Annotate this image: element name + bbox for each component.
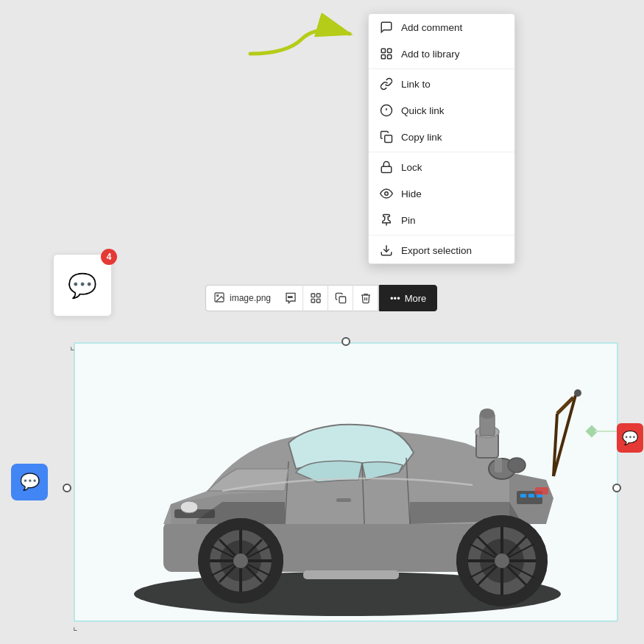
resize-handle-top[interactable]	[342, 337, 350, 346]
menu-item-pin[interactable]: Pin	[369, 207, 514, 233]
resize-handle-left[interactable]	[63, 484, 71, 492]
svg-rect-66	[303, 570, 399, 579]
toolbar-more-button[interactable]: ••• More	[379, 285, 437, 311]
svg-rect-16	[316, 294, 320, 297]
pin-menu-icon	[379, 213, 394, 227]
comment-menu-icon	[379, 20, 394, 35]
comment-bubble-blue[interactable]: 💬	[11, 464, 48, 500]
export-menu-icon	[379, 243, 394, 258]
svg-rect-3	[381, 55, 385, 59]
menu-separator-3	[369, 235, 514, 236]
svg-point-27	[180, 501, 198, 513]
menu-separator-1	[369, 68, 514, 69]
canvas: Add comment Add to library Lin	[0, 0, 644, 644]
more-dots-icon: •••	[390, 293, 400, 304]
svg-rect-15	[311, 294, 315, 297]
svg-point-10	[385, 192, 389, 196]
library-menu-icon	[379, 46, 394, 61]
svg-point-14	[217, 294, 219, 296]
svg-point-39	[480, 408, 495, 419]
svg-point-43	[574, 389, 581, 397]
toolbar-add-library-button[interactable]	[303, 285, 328, 311]
link-menu-icon	[379, 77, 394, 91]
comment-icon-yellow: 💬	[68, 272, 97, 300]
svg-rect-4	[388, 55, 392, 59]
svg-rect-19	[339, 297, 346, 303]
comment-bubble-red[interactable]: 💬	[617, 423, 643, 453]
corner-indicator-tl: ⌞	[70, 340, 75, 352]
menu-item-lock[interactable]: Lock	[369, 154, 514, 180]
toolbar-action-icons	[278, 285, 379, 311]
svg-rect-29	[520, 494, 526, 498]
comment-icon-red: 💬	[622, 430, 638, 446]
svg-rect-18	[316, 299, 320, 302]
context-menu: Add comment Add to library Lin	[368, 13, 515, 264]
svg-rect-25	[336, 498, 351, 502]
svg-rect-2	[388, 49, 392, 52]
menu-item-link-to[interactable]: Link to	[369, 71, 514, 97]
comment-bubble-notification[interactable]: 💬 4	[53, 254, 112, 316]
menu-item-quick-link[interactable]: Quick link	[369, 97, 514, 124]
copy-link-menu-icon	[379, 130, 394, 144]
svg-point-54	[233, 553, 248, 568]
svg-rect-9	[381, 166, 392, 172]
toolbar-filename: image.png	[205, 285, 278, 311]
menu-item-hide[interactable]: Hide	[369, 180, 514, 207]
arrow-indicator	[243, 13, 361, 65]
svg-rect-1	[381, 49, 385, 52]
svg-rect-8	[385, 135, 392, 143]
menu-item-add-to-library[interactable]: Add to library	[369, 40, 514, 67]
toolbar-delete-button[interactable]	[353, 285, 378, 311]
menu-item-export-selection[interactable]: Export selection	[369, 237, 514, 263]
menu-separator-2	[369, 152, 514, 152]
image-icon	[213, 291, 225, 305]
menu-item-add-comment[interactable]: Add comment	[369, 14, 514, 40]
hide-menu-icon	[379, 186, 394, 201]
comment-icon-white: 💬	[20, 473, 40, 492]
image-card[interactable]	[74, 342, 618, 622]
svg-point-35	[508, 458, 526, 473]
svg-rect-17	[311, 299, 315, 302]
resize-handle-right[interactable]	[612, 484, 621, 492]
connection-line	[595, 431, 617, 432]
corner-indicator-br: ⌞	[73, 620, 78, 632]
svg-rect-30	[528, 494, 534, 498]
toolbar-duplicate-button[interactable]	[328, 285, 353, 311]
toolbar-replace-button[interactable]	[278, 285, 303, 311]
lock-menu-icon	[379, 160, 394, 174]
notification-badge: 4	[101, 249, 117, 265]
svg-point-65	[495, 553, 509, 568]
menu-item-copy-link[interactable]: Copy link	[369, 124, 514, 150]
image-toolbar: image.png	[205, 285, 437, 311]
svg-rect-34	[495, 458, 502, 473]
svg-rect-32	[535, 487, 548, 495]
quick-link-menu-icon	[379, 103, 394, 118]
